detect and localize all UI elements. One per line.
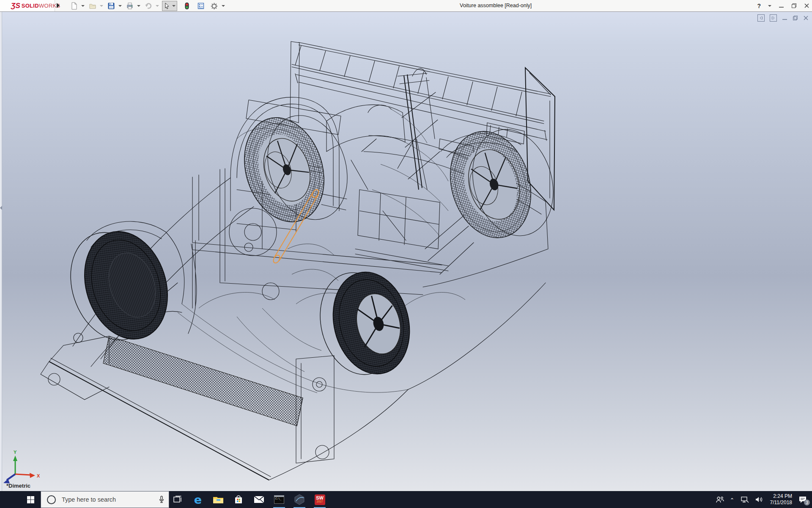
rebuild-button[interactable] [182, 1, 192, 11]
select-tool-button[interactable] [162, 1, 177, 11]
doc-minimize-icon[interactable] [782, 15, 787, 21]
taskbar-clock[interactable]: 2:24 PM 7/11/2018 [770, 493, 793, 506]
minimize-icon[interactable] [779, 3, 784, 8]
window-controls: ? [757, 0, 809, 11]
select-cursor-icon [163, 2, 171, 10]
open-dropdown[interactable] [100, 5, 103, 7]
task-pane-icon [197, 2, 205, 10]
mixed-reality-portal-icon [294, 494, 305, 505]
wireframe-car-drawing: Y X Z [0, 12, 812, 491]
previous-view-icon[interactable] [757, 14, 765, 22]
screen: ƷSSOLIDWORKS [0, 0, 812, 508]
system-tray: ⌃ 2:24 PM 7/11/2018 3 [713, 491, 812, 508]
task-pane-button[interactable] [196, 1, 206, 11]
people-icon[interactable] [716, 496, 724, 503]
chevron-up-icon[interactable]: ⌃ [730, 497, 735, 503]
solidworks-logo: ƷSSOLIDWORKS [0, 0, 55, 11]
print-button[interactable] [125, 1, 135, 11]
triad-y-label: Y [14, 450, 17, 455]
task-view-icon [173, 496, 182, 503]
print-dropdown[interactable] [137, 5, 140, 7]
taskbar-file-explorer[interactable] [209, 491, 228, 508]
command-prompt-icon: C:\_ [274, 495, 284, 504]
print-icon [126, 2, 134, 10]
taskbar-mail[interactable] [250, 491, 268, 508]
new-dropdown[interactable] [81, 5, 85, 7]
document-title: Voiture assomblee [Read-only] [460, 3, 532, 8]
help-button[interactable]: ? [757, 3, 761, 9]
quick-access-toolbar [69, 1, 228, 11]
taskbar-mixed-reality-portal[interactable] [290, 491, 309, 508]
save-button[interactable] [106, 1, 116, 11]
undo-dropdown[interactable] [156, 5, 159, 7]
open-button[interactable] [88, 1, 98, 11]
taskbar-edge[interactable]: e [189, 491, 207, 508]
undo-button[interactable] [143, 1, 154, 11]
action-center-button[interactable]: 3 [798, 496, 807, 503]
triad-x-label: X [37, 473, 40, 478]
restore-icon[interactable] [791, 3, 797, 8]
store-icon [233, 494, 244, 505]
options-dropdown[interactable] [222, 5, 225, 7]
cortana-icon [47, 495, 56, 504]
volume-icon[interactable] [755, 496, 763, 503]
document-window-controls [757, 14, 809, 22]
solidworks-2017-icon: SW 2017 [315, 494, 325, 505]
logo-ds-mark: ƷS [11, 2, 20, 10]
save-icon [107, 2, 115, 10]
save-dropdown[interactable] [118, 5, 122, 7]
clock-time: 2:24 PM [770, 493, 793, 500]
taskbar-search[interactable] [41, 491, 169, 508]
help-dropdown[interactable] [768, 5, 771, 7]
start-button[interactable] [20, 491, 41, 508]
taskbar: e C:\_ [0, 491, 812, 508]
options-gear-icon [210, 2, 218, 10]
next-view-icon[interactable] [770, 14, 777, 22]
search-input[interactable] [61, 496, 159, 503]
network-icon[interactable] [741, 496, 749, 503]
viewport-3d[interactable]: Y X Z *Dimetric [0, 12, 812, 491]
microphone-icon[interactable] [159, 496, 165, 503]
taskbar-command-prompt[interactable]: C:\_ [270, 491, 288, 508]
doc-restore-icon[interactable] [793, 15, 798, 21]
file-explorer-icon [213, 495, 224, 504]
clock-date: 7/11/2018 [770, 500, 793, 506]
rebuild-traffic-light-icon [183, 2, 191, 10]
doc-close-icon[interactable] [803, 15, 809, 21]
taskbar-store[interactable] [229, 491, 248, 508]
feature-manager-collapsed-strip[interactable] [0, 12, 2, 491]
mail-icon [254, 496, 264, 503]
new-document-icon [70, 2, 78, 10]
open-icon [89, 2, 96, 10]
taskbar-solidworks[interactable]: SW 2017 [310, 491, 329, 508]
windows-logo-icon [27, 496, 34, 503]
expand-panel-arrow-icon[interactable] [0, 206, 2, 210]
options-button[interactable] [209, 1, 219, 11]
titlebar: ƷSSOLIDWORKS [0, 0, 812, 12]
select-dropdown[interactable] [172, 5, 176, 7]
new-document-button[interactable] [69, 1, 79, 11]
close-icon[interactable] [804, 3, 809, 8]
notification-badge: 3 [804, 500, 810, 505]
edge-icon: e [194, 494, 202, 505]
menu-flyout-arrow-icon[interactable] [57, 3, 60, 8]
task-view-button[interactable] [168, 491, 187, 508]
undo-icon [145, 2, 152, 10]
view-orientation-label: *Dimetric [6, 483, 30, 489]
